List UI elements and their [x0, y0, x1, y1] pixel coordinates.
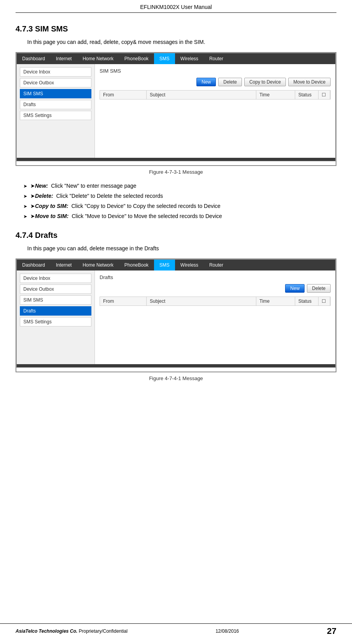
bullet-new-label: New: [35, 183, 48, 189]
nav-wireless[interactable]: Wireless [175, 53, 204, 64]
nav-phonebook[interactable]: PhoneBook [119, 53, 154, 64]
th-subject-474: Subject [147, 297, 256, 305]
table-body-473 [100, 99, 331, 154]
th-from-473: From [100, 91, 147, 99]
bullet-arrow: ➤ [30, 183, 35, 189]
nav-wireless-474[interactable]: Wireless [175, 260, 204, 271]
section-474-desc: In this page you can add, delete message… [27, 245, 336, 251]
page-header: EFLINKM1002X User Manual [16, 0, 336, 13]
nav-bar-474: Dashboard Internet Home Network PhoneBoo… [17, 260, 335, 271]
bullet-move: ➤ Move to SIM: Click "Move to Device" to… [23, 213, 336, 219]
th-check-473[interactable]: ☐ [319, 91, 330, 99]
bullet-arrow-4: ➤ [30, 213, 35, 219]
th-subject-473: Subject [147, 91, 256, 99]
sidebar-sim-sms[interactable]: SIM SMS [20, 89, 91, 98]
section-473-desc: In this page you can add, read, delete, … [27, 39, 336, 45]
ui-body-474: Device Inbox Device Outbox SIM SMS Draft… [17, 271, 335, 364]
th-from-474: From [100, 297, 147, 305]
btn-delete-473[interactable]: Delete [218, 78, 242, 86]
nav-sms-474[interactable]: SMS [154, 260, 175, 271]
page-footer: AsiaTelco Technologies Co. Proprietary/C… [0, 623, 352, 636]
sidebar-sms-settings[interactable]: SMS Settings [20, 111, 91, 120]
bottom-bar-474 [17, 364, 335, 367]
sidebar-473: Device Inbox Device Outbox SIM SMS Draft… [17, 64, 95, 158]
nav-internet[interactable]: Internet [51, 53, 77, 64]
th-time-473: Time [256, 91, 295, 99]
bullet-move-text: Click "Move to Device" to Move the selec… [70, 213, 222, 219]
toolbar-473: New Delete Copy to Device Move to Device [100, 78, 331, 86]
bullet-arrow-2: ➤ [30, 193, 35, 199]
figure-caption-473: Figure 4-7-3-1 Message [16, 169, 336, 175]
nav-home-network-474[interactable]: Home Network [77, 260, 119, 271]
section-473-title: 4.7.3 SIM SMS [16, 24, 336, 33]
btn-copy-to-device-473[interactable]: Copy to Device [244, 78, 286, 86]
th-status-473: Status [295, 91, 319, 99]
bullet-move-label: Move to SIM: [35, 213, 68, 219]
toolbar-474: New Delete [100, 284, 331, 293]
sidebar-device-outbox-474[interactable]: Device Outbox [20, 284, 91, 294]
table-header-474: From Subject Time Status ☐ [100, 297, 331, 306]
table-body-474 [100, 306, 331, 360]
bullet-delete: ➤ Delete: Click "Delete" to Delete the s… [23, 193, 336, 199]
sidebar-device-inbox-474[interactable]: Device Inbox [20, 274, 91, 283]
table-header-473: From Subject Time Status ☐ [100, 90, 331, 99]
btn-delete-474[interactable]: Delete [307, 284, 331, 293]
sidebar-sms-settings-474[interactable]: SMS Settings [20, 317, 91, 326]
sidebar-474: Device Inbox Device Outbox SIM SMS Draft… [17, 271, 95, 364]
footer-company: AsiaTelco Technologies Co. [16, 628, 77, 634]
bullet-list-473: ➤ New: Click "New" to enter message page… [23, 183, 336, 219]
bullet-new-text: Click "New" to enter message page [49, 183, 136, 189]
nav-phonebook-474[interactable]: PhoneBook [119, 260, 154, 271]
content-474: Drafts New Delete From Subject Time Stat… [95, 271, 335, 364]
th-check-474[interactable]: ☐ [319, 297, 330, 305]
nav-home-network[interactable]: Home Network [77, 53, 119, 64]
bullet-copy-text: Click "Copy to Device" to Copy the selec… [70, 203, 221, 209]
figure-caption-474: Figure 4-7-4-1 Message [16, 375, 336, 381]
content-473: SIM SMS New Delete Copy to Device Move t… [95, 64, 335, 158]
footer-company-area: AsiaTelco Technologies Co. Proprietary/C… [16, 628, 128, 634]
nav-router[interactable]: Router [204, 53, 229, 64]
content-473-title: SIM SMS [100, 68, 331, 74]
content-474-title: Drafts [100, 274, 331, 280]
ui-frame-474: Dashboard Internet Home Network PhoneBoo… [16, 258, 336, 372]
bullet-delete-label: Delete: [35, 193, 53, 199]
nav-sms[interactable]: SMS [154, 53, 175, 64]
ui-frame-473: Dashboard Internet Home Network PhoneBoo… [16, 52, 336, 166]
document-title: EFLINKM1002X User Manual [140, 4, 212, 10]
btn-new-474[interactable]: New [285, 284, 305, 293]
th-status-474: Status [295, 297, 319, 305]
bullet-copy-label: Copy to SIM: [35, 203, 68, 209]
bottom-bar-473 [17, 158, 335, 161]
ui-screenshot-473: Dashboard Internet Home Network PhoneBoo… [16, 53, 336, 161]
sidebar-drafts-474[interactable]: Drafts [20, 306, 91, 316]
nav-bar-473: Dashboard Internet Home Network PhoneBoo… [17, 53, 335, 64]
nav-dashboard[interactable]: Dashboard [17, 53, 51, 64]
nav-router-474[interactable]: Router [204, 260, 229, 271]
section-474-title: 4.7.4 Drafts [16, 231, 336, 240]
ui-screenshot-474: Dashboard Internet Home Network PhoneBoo… [16, 259, 336, 368]
bullet-copy: ➤ Copy to SIM: Click "Copy to Device" to… [23, 203, 336, 209]
nav-internet-474[interactable]: Internet [51, 260, 77, 271]
bullet-delete-text: Click "Delete" to Delete the selected re… [55, 193, 163, 199]
btn-new-473[interactable]: New [196, 78, 216, 86]
footer-date: 12/08/2016 [215, 628, 239, 634]
sidebar-device-inbox[interactable]: Device Inbox [20, 67, 91, 77]
bullet-arrow-3: ➤ [30, 203, 35, 209]
nav-dashboard-474[interactable]: Dashboard [17, 260, 51, 271]
sidebar-drafts[interactable]: Drafts [20, 100, 91, 109]
th-time-474: Time [256, 297, 295, 305]
bullet-new: ➤ New: Click "New" to enter message page [23, 183, 336, 189]
sidebar-device-outbox[interactable]: Device Outbox [20, 78, 91, 87]
sidebar-sim-sms-474[interactable]: SIM SMS [20, 295, 91, 305]
footer-page: 27 [327, 626, 336, 636]
btn-move-to-device-473[interactable]: Move to Device [288, 78, 331, 86]
footer-confidential: Proprietary/Confidential [79, 628, 127, 634]
ui-body-473: Device Inbox Device Outbox SIM SMS Draft… [17, 64, 335, 158]
